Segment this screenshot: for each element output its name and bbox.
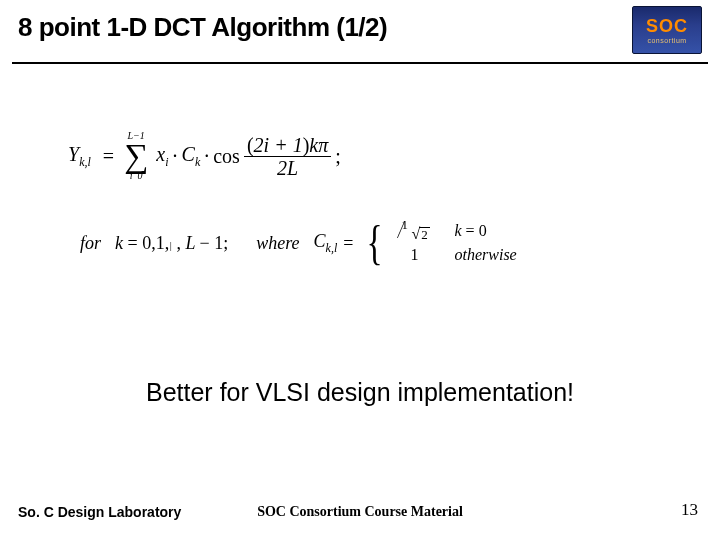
sym-dot2: · xyxy=(204,145,209,168)
sym-x: x xyxy=(156,143,165,165)
eq-lhs: Yk,l xyxy=(68,143,91,170)
summation: L−1 ∑ i 0 xyxy=(124,131,148,181)
kw-for: for xyxy=(80,233,101,254)
sym-cos: cos xyxy=(213,145,240,168)
page-number: 13 xyxy=(681,500,698,520)
k-range: k = 0,1,| , L − 1; xyxy=(115,233,228,254)
kw-where: where xyxy=(256,233,299,254)
header: 8 point 1-D DCT Algorithm (1/2) SOC cons… xyxy=(0,0,720,62)
sqrt2: √2 xyxy=(411,227,429,242)
term-Ckl: Ck,l xyxy=(314,231,338,256)
logo-sub-text: consortium xyxy=(647,37,686,44)
case-1: 1 ⁄ √2 k = 0 xyxy=(392,219,516,243)
frac-num: (2i + 1)kπ xyxy=(244,134,331,156)
formula-block: Yk,l = L−1 ∑ i 0 xi · Ck · cos (2i xyxy=(40,124,680,270)
soc-logo: SOC consortium xyxy=(632,6,702,54)
footer-center: SOC Consortium Course Material xyxy=(0,504,720,520)
term-Ck: Ck xyxy=(182,143,201,170)
sym-semicolon: ; xyxy=(335,145,341,168)
sym-C: C xyxy=(182,143,195,165)
fraction: (2i + 1)kπ 2L xyxy=(244,134,331,179)
sym-Y-sub: k,l xyxy=(79,155,91,169)
logo-main-text: SOC xyxy=(646,17,688,35)
sum-lower-var: i xyxy=(130,170,133,181)
sigma-icon: ∑ xyxy=(124,139,148,173)
frac-den: 2L xyxy=(274,157,301,179)
slide-body: Yk,l = L−1 ∑ i 0 xi · Ck · cos (2i xyxy=(0,64,720,270)
radicand: 2 xyxy=(419,227,430,242)
case2-cond: otherwise xyxy=(454,246,516,264)
cases: { 1 ⁄ √2 xyxy=(363,219,516,267)
case2-val: 1 xyxy=(392,246,436,264)
cases-body: 1 ⁄ √2 k = 0 1 otherwise xyxy=(392,219,516,267)
sym-C-sub: k xyxy=(195,155,200,169)
case-2: 1 otherwise xyxy=(392,243,516,267)
sym-eq2: = xyxy=(343,233,353,254)
sym-Y: Y xyxy=(68,143,79,165)
tagline: Better for VLSI design implementation! xyxy=(0,378,720,407)
slide: 8 point 1-D DCT Algorithm (1/2) SOC cons… xyxy=(0,0,720,540)
sum-lower: i 0 xyxy=(130,171,143,181)
footer: So. C Design Laboratory SOC Consortium C… xyxy=(0,496,720,520)
sum-lower-val: 0 xyxy=(138,170,143,181)
sym-eq: = xyxy=(103,145,114,168)
equation-main: Yk,l = L−1 ∑ i 0 xi · Ck · cos (2i xyxy=(68,124,680,188)
case1-cond: k = 0 xyxy=(454,222,486,240)
one-over-root2: 1 ⁄ √2 xyxy=(399,219,429,243)
sym-dot: · xyxy=(173,145,178,168)
term-xi: xi xyxy=(156,143,168,170)
slide-title: 8 point 1-D DCT Algorithm (1/2) xyxy=(18,12,702,43)
sym-C2-sub: k,l xyxy=(326,240,338,254)
sym-x-sub: i xyxy=(165,155,168,169)
logo-box: SOC consortium xyxy=(632,6,702,54)
brace-icon: { xyxy=(367,219,383,267)
sym-C2: C xyxy=(314,231,326,251)
equation-conditions: for k = 0,1,| , L − 1; where Ck,l = { xyxy=(80,216,680,270)
case1-val: 1 ⁄ √2 xyxy=(392,219,436,243)
